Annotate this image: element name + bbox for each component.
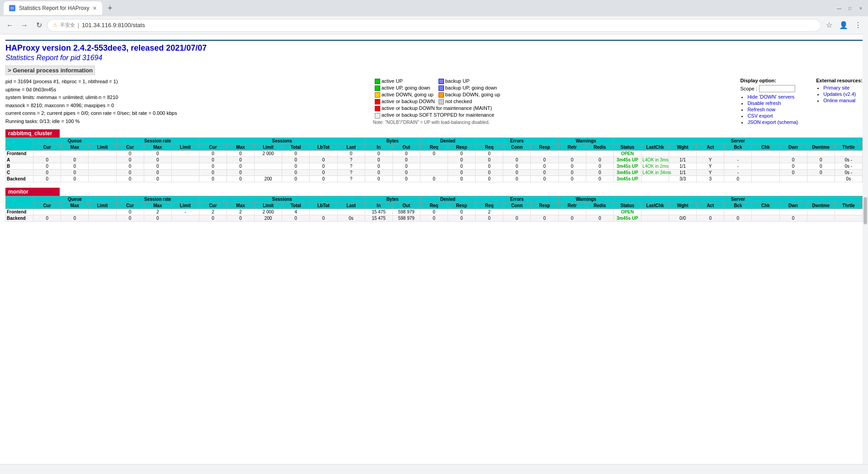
table-cell: 0 [116,151,144,157]
table-cell: L4OK in 3ms [641,157,669,163]
table-cell [807,215,835,222]
online-manual-link[interactable]: Online manual [823,98,855,103]
table-cell: 0 [558,157,586,163]
table-cell: 3/3 [669,176,697,182]
table-cell [752,157,779,163]
updates-link[interactable]: Updates (v2.4) [823,91,856,97]
table-cell: 0 [558,176,586,182]
table-cell: 0 [586,215,613,222]
th2-b-out: Out [392,203,420,209]
table-cell: 0 [61,215,89,222]
table-cell [503,151,531,157]
hide-down-servers-link[interactable]: Hide 'DOWN' servers [747,94,794,100]
table-cell: 0 [586,170,613,176]
th2-sr-cur: Cur [116,203,144,209]
table-cell: 0 [282,215,310,222]
table-cell: 0 [144,215,171,222]
table-cell: 0 [199,215,226,222]
th2-q-max: Max [61,203,89,209]
table-cell: - [724,170,752,176]
table-cell: 0 [476,170,503,176]
legend-section: active UP backup UP active UP, going dow… [373,78,731,126]
table-cell [724,209,752,215]
table-cell: 0 [61,170,89,176]
table-cell: 0 [448,170,476,176]
table-cell: 0 [337,151,365,157]
table-cell: 0 [448,215,476,222]
security-icon: ⚠ [53,22,57,28]
back-button[interactable]: ← [4,19,16,32]
table-cell: 0 [33,170,61,176]
th-denied: Denied [420,138,475,144]
table-cell: A [6,157,33,163]
table-cell [420,170,448,176]
profile-button[interactable]: 👤 [837,19,850,32]
table-cell [171,176,199,182]
table-cell: 0 [116,170,144,176]
scope-input[interactable] [759,85,795,92]
table-cell: 0 [227,215,255,222]
th-warnings2: Warnings [558,196,613,203]
table-cell [89,157,116,163]
table-cell: 0 [392,157,420,163]
th-bytes2: Bytes [365,196,420,203]
table-cell: Y [697,170,724,176]
tab-close-button[interactable]: × [93,5,96,12]
active-tab[interactable]: H Statistics Report for HAProxy × [4,1,102,15]
minimize-button[interactable]: — [835,5,843,12]
table-cell: 0 [779,170,807,176]
forward-button[interactable]: → [18,19,31,32]
rabbitmq-cluster-table: Queue Session rate Sessions Bytes Denied… [5,137,863,182]
table-cell: 0 [531,176,558,182]
table-cell: 0 [420,209,448,215]
new-tab-button[interactable]: + [104,2,117,14]
th-session-rate: Session rate [116,138,199,144]
table-cell: 0 [476,176,503,182]
table-cell [61,151,89,157]
refresh-now-link[interactable]: Refresh now [747,107,775,112]
table-cell: 0 [199,163,226,170]
table-cell: Frontend [6,151,33,157]
table-row: Backend00000020000?0000000003m45s UP3/33… [6,176,863,182]
table-cell: 0 [586,163,613,170]
th-denied2: Denied [420,196,475,203]
table-cell: 0s - [835,157,862,163]
table-cell: 0 [392,170,420,176]
table-cell: 0 [144,151,171,157]
scrollbar-thumb[interactable] [863,197,867,224]
table-cell: 2 000 [255,151,282,157]
table-cell: 0 [365,176,392,182]
table-cell [752,151,779,157]
table-cell: 0 [448,157,476,163]
th2-s-last: Last [337,203,365,209]
address-bar[interactable]: ⚠ 不安全 | 101.34.116.9:8100/stats [47,19,821,32]
th-e-req: Req [476,144,503,151]
table-cell: 0 [227,176,255,182]
close-button[interactable]: × [857,5,864,12]
monitor-table: Queue Session rate Sessions Bytes Denied… [5,196,863,222]
legend-backup-up-box [439,79,444,84]
table-cell: 0 [199,157,226,163]
th2-s-total: Total [282,203,310,209]
table-cell: 0/0 [669,215,697,222]
table-cell: 0 [531,170,558,176]
table-cell: 0 [476,151,503,157]
json-export-link[interactable]: JSON export (schema) [747,119,798,125]
reload-button[interactable]: ↻ [33,19,45,32]
disable-refresh-link[interactable]: Disable refresh [747,100,781,106]
table-cell: 0s - [835,170,862,176]
bookmark-button[interactable]: ☆ [823,19,835,32]
maximize-button[interactable]: □ [846,5,854,12]
table-cell: 2 000 [255,209,282,215]
table-cell [89,176,116,182]
table-cell: 200 [255,215,282,222]
table-cell: 0 [199,151,226,157]
th-empty2 [6,196,33,209]
th-s-cur: Cur [199,144,226,151]
primary-site-link[interactable]: Primary site [823,85,849,90]
table-cell: 0 [779,215,807,222]
top-divider [5,40,863,41]
scrollbar[interactable] [863,16,868,231]
monitor-section: monitor Queue Session rate Sessions Byte… [5,188,863,222]
csv-export-link[interactable]: CSV export [747,113,773,118]
